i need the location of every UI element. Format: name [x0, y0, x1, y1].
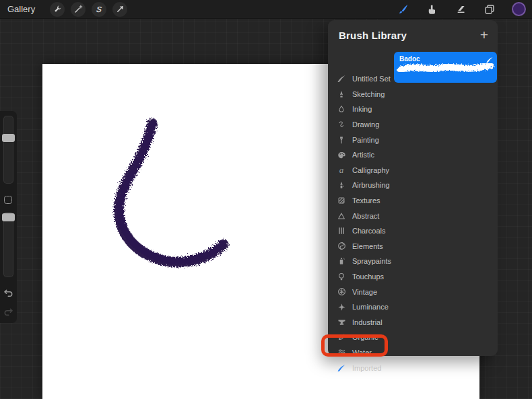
- brush-set-label: Industrial: [352, 318, 383, 326]
- undo-button[interactable]: [3, 288, 14, 299]
- brush-set-row-airbrushing[interactable]: Airbrushing: [328, 178, 446, 193]
- brush-set-row-charcoals[interactable]: Charcoals: [328, 223, 446, 239]
- waves-icon: [337, 348, 346, 357]
- eraser-icon: [456, 4, 466, 14]
- ink-drop-icon: [337, 104, 346, 114]
- gallery-button[interactable]: Gallery: [7, 4, 35, 14]
- brush-set-row-sketching[interactable]: Sketching: [328, 87, 446, 102]
- brush-set-row-abstract[interactable]: Abstract: [328, 208, 446, 223]
- lightbulb-icon: [337, 272, 346, 281]
- brush-set-label: Touchups: [352, 273, 384, 281]
- selection-button[interactable]: S: [92, 2, 106, 17]
- squiggle-icon: [337, 120, 346, 129]
- smudge-tool-button[interactable]: [424, 1, 440, 17]
- brush-set-label: Luminance: [352, 303, 389, 311]
- opacity-slider-handle[interactable]: [2, 213, 15, 221]
- texture-square-icon: [337, 196, 346, 205]
- add-brush-set-button[interactable]: +: [480, 28, 488, 42]
- erase-tool-button[interactable]: [453, 1, 469, 17]
- brush-size-slider[interactable]: [3, 116, 13, 184]
- brush-stroke-icon: [486, 55, 494, 63]
- brush-set-label: Water: [352, 349, 372, 357]
- brush-set-row-spraypaints[interactable]: Spraypaints: [328, 254, 446, 269]
- color-button[interactable]: [510, 1, 527, 17]
- brush-set-row-vintage[interactable]: Vintage: [328, 284, 446, 299]
- elements-icon: [337, 242, 346, 251]
- brush-set-row-calligraphy[interactable]: aCalligraphy: [328, 163, 446, 178]
- paintbrush-icon: [397, 3, 409, 15]
- brush-set-label: Airbrushing: [352, 181, 390, 189]
- brush-set-label: Organic: [352, 333, 378, 341]
- vintage-star-icon: [337, 287, 346, 297]
- brush-set-label: Untitled Set: [352, 75, 391, 83]
- brush-set-label: Artistic: [352, 151, 374, 159]
- brush-set-label: Textures: [352, 196, 380, 205]
- calligraphy-a-icon: a: [337, 166, 346, 175]
- transform-button[interactable]: [112, 2, 127, 17]
- brush-set-label: Inking: [352, 105, 372, 113]
- magic-wand-icon: [74, 5, 83, 13]
- actions-button[interactable]: [50, 2, 65, 17]
- left-tool-group: S: [44, 2, 127, 17]
- brush-size-slider-handle[interactable]: [2, 134, 15, 142]
- panel-title: Brush Library: [339, 30, 407, 41]
- anvil-icon: [337, 318, 346, 327]
- brush-set-row-industrial[interactable]: Industrial: [328, 315, 446, 330]
- brush-set-label: Sketching: [352, 90, 385, 98]
- right-tool-group: [395, 1, 527, 17]
- transform-arrow-icon: [116, 5, 125, 13]
- brush-set-row-artistic[interactable]: Artistic: [328, 147, 446, 163]
- brush-set-row-imported[interactable]: Imported: [328, 360, 446, 375]
- color-swatch: [512, 2, 526, 16]
- selected-brush-card[interactable]: Badoc: [394, 52, 497, 83]
- brush-set-list: Untitled SetSketchingInkingDrawingPainti…: [328, 71, 446, 375]
- spray-can-icon: [337, 256, 346, 266]
- paintbrush-flat-icon: [337, 135, 346, 145]
- brush-set-label: Painting: [352, 136, 379, 144]
- adjustments-button[interactable]: [71, 2, 86, 17]
- brush-set-label: Imported: [352, 364, 381, 372]
- leaf-icon: [337, 332, 346, 342]
- brush-set-row-luminance[interactable]: Luminance: [328, 299, 446, 315]
- brush-set-row-painting[interactable]: Painting: [328, 132, 446, 147]
- modify-button[interactable]: [4, 196, 12, 204]
- brush-set-label: Spraypaints: [352, 257, 391, 265]
- triangle-icon: [337, 211, 346, 221]
- brush-set-label: Abstract: [352, 212, 379, 220]
- palette-icon: [337, 150, 346, 159]
- canvas-sidebar: [0, 111, 17, 323]
- airbrush-icon: [337, 180, 346, 190]
- smudge-icon: [426, 4, 437, 15]
- brush-set-row-textures[interactable]: Textures: [328, 193, 446, 209]
- brush-set-label: Charcoals: [352, 227, 386, 235]
- sparkle-icon: [337, 302, 346, 312]
- brush-set-label: Calligraphy: [352, 166, 389, 174]
- brush-set-row-organic[interactable]: Organic: [328, 330, 446, 345]
- brush-library-header: Brush Library +: [328, 20, 498, 50]
- top-toolbar: Gallery S: [0, 0, 532, 19]
- brush-stroke-icon: [337, 74, 346, 83]
- brush-set-row-touchups[interactable]: Touchups: [328, 269, 446, 285]
- charcoal-bars-icon: [337, 226, 346, 235]
- brush-set-row-drawing[interactable]: Drawing: [328, 117, 446, 133]
- layers-button[interactable]: [481, 1, 498, 17]
- brush-set-row-inking[interactable]: Inking: [328, 102, 446, 117]
- brush-library-panel: Brush Library + Untitled SetSketchingInk…: [328, 20, 498, 356]
- brush-name-label: Badoc: [399, 55, 420, 63]
- brush-set-label: Drawing: [352, 120, 379, 129]
- opacity-slider[interactable]: [3, 212, 13, 277]
- brush-set-label: Vintage: [352, 288, 377, 296]
- pencil-icon: [337, 89, 346, 99]
- wrench-icon: [53, 5, 62, 13]
- brush-stroke-icon: [337, 363, 346, 373]
- selection-s-icon: S: [96, 5, 102, 14]
- brush-set-label: Elements: [352, 242, 383, 250]
- paint-tool-button[interactable]: [395, 1, 411, 17]
- brush-set-row-water[interactable]: Water: [328, 345, 446, 361]
- layers-icon: [484, 4, 495, 15]
- redo-button[interactable]: [3, 307, 14, 318]
- brush-set-row-elements[interactable]: Elements: [328, 239, 446, 254]
